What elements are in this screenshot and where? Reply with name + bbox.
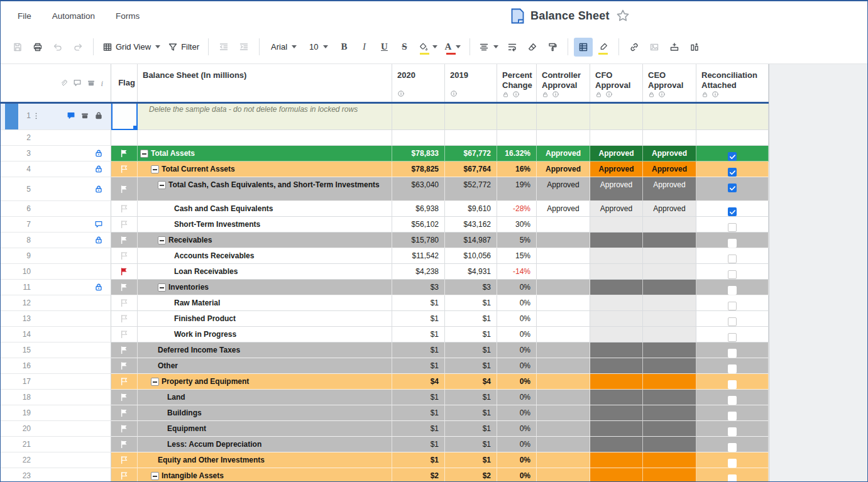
row-number[interactable]: 2 [1,133,31,142]
flag-cell[interactable] [111,390,138,405]
reconciliation-checkbox[interactable] [728,380,737,389]
cell-percent-change[interactable]: 0% [497,342,537,358]
cell-percent-change[interactable]: -28% [497,201,537,217]
column-header-recon[interactable]: Reconciliation Attached [696,64,769,102]
cell-2020[interactable]: $78,825 [392,162,445,177]
row-number[interactable]: 13 [1,314,31,323]
column-header-y2020[interactable]: 2020 [392,64,445,102]
insert-row-button[interactable] [665,38,684,57]
cell-controller-approval[interactable]: Approved [537,162,590,177]
row-gutter[interactable]: 16 [1,358,111,374]
cell-controller-approval[interactable] [537,390,590,405]
row-gutter[interactable]: 11 [1,280,111,295]
row-menu-icon[interactable] [32,112,40,120]
row-gutter[interactable]: 8 [1,233,111,248]
collapse-toggle-icon[interactable] [158,236,166,244]
cell-cfo-approval[interactable] [590,452,643,468]
cell-2019[interactable]: $4,931 [445,264,497,280]
format-painter-button[interactable] [543,38,562,57]
row-number[interactable]: 17 [1,377,31,386]
row-gutter[interactable]: 22 [1,452,111,468]
cell-controller-approval[interactable] [537,327,590,342]
collapse-toggle-icon[interactable] [140,150,148,158]
reconciliation-checkbox[interactable] [728,443,737,452]
primary-cell[interactable]: Other [138,358,392,374]
row-gutter[interactable]: 13 [1,311,111,327]
cell-controller-approval[interactable]: Approved [537,177,590,201]
cell-percent-change[interactable]: 5% [497,233,537,248]
primary-cell[interactable]: Deferred Income Taxes [138,342,392,358]
cell-2019[interactable]: $3 [445,280,497,295]
primary-cell[interactable]: Land [138,390,392,405]
collapse-toggle-icon[interactable] [151,165,159,173]
row-gutter[interactable]: 18 [1,390,111,405]
cell-2019[interactable]: $10,056 [445,248,497,264]
cell-2020[interactable]: $11,542 [392,248,445,264]
menu-file[interactable]: File [18,11,31,21]
reconciliation-checkbox[interactable] [728,286,737,295]
primary-cell[interactable]: Property and Equipment [138,374,392,390]
cell-reconciliation-attached[interactable] [696,405,769,421]
primary-cell[interactable]: Finished Product [138,311,392,327]
row-number[interactable]: 6 [1,204,31,213]
cell-ceo-approval[interactable] [643,327,696,342]
cell-2020[interactable]: $1 [392,452,445,468]
primary-cell[interactable]: Raw Material [138,295,392,311]
cell-2020[interactable]: $4,238 [392,264,445,280]
cell-2020[interactable]: $1 [392,311,445,327]
cell-2019[interactable]: $14,987 [445,233,497,248]
cell-ceo-approval[interactable] [643,452,696,468]
cell-percent-change[interactable]: 0% [497,468,537,482]
cell-percent-change[interactable]: 0% [497,311,537,327]
cell-cfo-approval[interactable] [590,390,643,405]
cell-2019[interactable]: $1 [445,311,497,327]
table-view-toggle[interactable] [574,38,593,57]
primary-cell[interactable]: Total Assets [138,146,392,162]
cell-percent-change[interactable]: 0% [497,295,537,311]
flag-cell[interactable] [111,327,138,342]
cell-percent-change[interactable]: -14% [497,264,537,280]
cell-controller-approval[interactable] [537,374,590,390]
row-number[interactable]: 3 [1,149,31,158]
cell-2019[interactable]: $1 [445,327,497,342]
font-color-button[interactable]: A [442,38,464,57]
flag-cell[interactable] [111,102,138,130]
archive-icon[interactable] [80,111,89,120]
cell-percent-change[interactable]: 0% [497,374,537,390]
comment-icon[interactable] [94,220,103,229]
cell-controller-approval[interactable]: Approved [537,201,590,217]
paperclip-icon[interactable] [60,79,68,87]
row-gutter[interactable]: 19 [1,405,111,421]
flag-cell[interactable] [111,342,138,358]
row-gutter[interactable]: 10 [1,264,111,280]
column-header-y2019[interactable]: 2019 [445,64,497,102]
cell-2020[interactable]: $15,780 [392,233,445,248]
collapse-toggle-icon[interactable] [158,283,166,292]
cell-reconciliation-attached[interactable] [696,390,769,405]
menu-forms[interactable]: Forms [116,11,140,21]
cell-reconciliation-attached[interactable] [696,201,769,217]
row-gutter[interactable]: 14 [1,327,111,342]
primary-cell[interactable]: Equity and Other Investments [138,452,392,468]
cell-percent-change[interactable]: 0% [497,452,537,468]
flag-cell[interactable] [111,201,138,217]
cell-controller-approval[interactable]: Approved [537,146,590,162]
cell-percent-change[interactable]: 15% [497,248,537,264]
reconciliation-checkbox[interactable] [728,427,737,436]
cell-controller-approval[interactable] [537,295,590,311]
cell-controller-approval[interactable] [537,421,590,437]
cell-ceo-approval[interactable]: Approved [643,146,696,162]
flag-cell[interactable] [111,358,138,374]
cell-controller-approval[interactable] [537,233,590,248]
cell-controller-approval[interactable] [537,437,590,452]
row-number[interactable]: 4 [1,165,31,173]
row-gutter[interactable]: 15 [1,342,111,358]
cell-cfo-approval[interactable] [590,280,643,295]
align-button[interactable] [476,38,502,57]
cell-ceo-approval[interactable] [643,405,696,421]
cell-2019[interactable]: $1 [445,405,497,421]
cell-2019[interactable]: $52,772 [445,177,497,201]
cell-percent-change[interactable]: 16.32% [497,146,537,162]
collapse-toggle-icon[interactable] [158,181,166,189]
column-header-cfo[interactable]: CFO Approval [590,64,643,102]
